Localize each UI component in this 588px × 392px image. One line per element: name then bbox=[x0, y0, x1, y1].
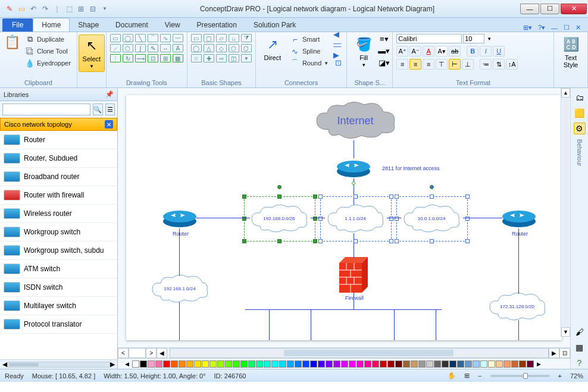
increase-font-button[interactable]: A⁺ bbox=[396, 46, 408, 57]
library-item[interactable]: Workgroup switch bbox=[0, 223, 117, 242]
scroll-up-icon[interactable]: ▲ bbox=[561, 88, 570, 98]
palette-swatch[interactable] bbox=[418, 360, 426, 368]
curve-tool[interactable]: ∿ bbox=[160, 34, 171, 42]
scroll-left-icon[interactable]: ◀ bbox=[2, 360, 7, 368]
grid-tool[interactable]: ▦ bbox=[173, 54, 183, 62]
align-middle-button[interactable]: ⊢ bbox=[449, 59, 461, 70]
palette-swatch[interactable] bbox=[179, 360, 186, 368]
palette-swatch[interactable] bbox=[194, 360, 201, 368]
line-style-icon[interactable]: ≡▾ bbox=[379, 34, 389, 43]
edit-points-tool[interactable]: ⋮ bbox=[110, 54, 121, 62]
palette-swatch[interactable] bbox=[326, 360, 333, 368]
connector-tool[interactable]: ⟿ bbox=[135, 54, 146, 62]
freehand-tool[interactable]: ✎ bbox=[148, 44, 158, 52]
palette-swatch[interactable] bbox=[264, 360, 271, 368]
zoom-slider[interactable] bbox=[490, 375, 550, 377]
underline-button[interactable]: U bbox=[493, 46, 505, 57]
palette-swatch[interactable] bbox=[295, 360, 302, 368]
page-prev-button[interactable]: < bbox=[118, 348, 129, 358]
palette-swatch[interactable] bbox=[271, 360, 279, 368]
palette-swatch[interactable] bbox=[140, 360, 147, 368]
palette-swatch[interactable] bbox=[395, 360, 402, 368]
shape-hexagon[interactable]: ⬡ bbox=[241, 44, 252, 52]
decrease-font-button[interactable]: A⁻ bbox=[409, 46, 421, 57]
polyline-tool[interactable]: ⟋ bbox=[110, 44, 121, 52]
library-item[interactable]: Multilayer switch bbox=[0, 297, 117, 315]
highlight-button[interactable]: A▾ bbox=[436, 46, 448, 57]
rotate-tool[interactable]: ↻ bbox=[123, 54, 133, 62]
router-left[interactable] bbox=[162, 207, 198, 228]
fill-button[interactable]: 🪣 Fill ▼ bbox=[351, 34, 377, 70]
palette-swatch[interactable] bbox=[163, 360, 170, 368]
window-options-icon[interactable]: ⊞▾ bbox=[523, 24, 532, 32]
bullets-button[interactable]: ≔ bbox=[480, 59, 492, 70]
palette-swatch[interactable] bbox=[403, 360, 410, 368]
qat-dropdown-icon[interactable]: ▼ bbox=[100, 4, 110, 14]
palette-swatch[interactable] bbox=[449, 360, 456, 368]
library-item[interactable]: ATM switch bbox=[0, 260, 117, 278]
library-item[interactable]: Router with firewall bbox=[0, 186, 117, 205]
align-top-button[interactable]: ⊤ bbox=[436, 59, 448, 70]
palette-swatch[interactable] bbox=[333, 360, 340, 368]
router-right[interactable] bbox=[501, 207, 537, 228]
palette-swatch[interactable] bbox=[318, 360, 325, 368]
firewall-shape[interactable] bbox=[339, 257, 368, 293]
smart-connector-button[interactable]: ⌐Smart bbox=[288, 34, 331, 45]
shadow-icon[interactable]: ◪▾ bbox=[379, 58, 389, 67]
spline-connector-button[interactable]: ∿Spline bbox=[288, 46, 331, 57]
library-search-button[interactable]: 🔍 bbox=[93, 104, 103, 115]
subnet-cloud-4[interactable]: 192.168.1.0/24 bbox=[149, 274, 211, 303]
ellipse-tool[interactable]: ◯ bbox=[123, 34, 133, 42]
snap-toggle-icon[interactable]: ⊞ bbox=[464, 372, 470, 380]
conn-settings-icon[interactable]: ⊡ bbox=[333, 58, 343, 67]
align-right-button[interactable]: ≡ bbox=[423, 59, 434, 70]
palette-swatch[interactable] bbox=[356, 360, 364, 368]
pencil-icon[interactable]: ✎ bbox=[5, 4, 14, 14]
pan-tool-icon[interactable]: ✋ bbox=[448, 372, 456, 380]
palette-swatch[interactable] bbox=[527, 360, 534, 368]
palette-swatch[interactable] bbox=[341, 360, 348, 368]
new-page-icon[interactable]: ▭ bbox=[17, 4, 26, 14]
round-connector-button[interactable]: ⌒Round ▼ bbox=[288, 58, 331, 68]
library-item[interactable]: Workgroup switch, subdu bbox=[0, 242, 117, 260]
canvas-h-scrollbar[interactable] bbox=[170, 348, 549, 358]
library-h-scrollbar[interactable]: ◀ ▶ bbox=[0, 359, 117, 369]
rail-help-icon[interactable]: ? bbox=[574, 357, 586, 369]
palette-swatch[interactable] bbox=[480, 360, 487, 368]
rect-tool[interactable]: ▭ bbox=[110, 34, 121, 42]
duplicate-button[interactable]: ⧉Duplicate bbox=[23, 34, 73, 45]
snap-tool[interactable]: ⊞ bbox=[160, 54, 171, 62]
palette-swatch[interactable] bbox=[256, 360, 263, 368]
direct-connector-button[interactable]: ↗ Direct bbox=[259, 34, 286, 64]
shape-rect[interactable]: ▭ bbox=[191, 34, 202, 42]
library-item[interactable]: Router, Subdued bbox=[0, 149, 117, 168]
library-item[interactable]: Router bbox=[0, 131, 117, 149]
palette-swatch[interactable] bbox=[473, 360, 480, 368]
rail-brush-icon[interactable]: 🖌 bbox=[574, 326, 586, 338]
palette-swatch[interactable] bbox=[488, 360, 495, 368]
router-2811[interactable] bbox=[336, 157, 371, 178]
select-tool-button[interactable]: ↖ Select ▼ bbox=[79, 35, 105, 72]
strikeout-button[interactable]: ab bbox=[449, 46, 461, 57]
palette-swatch[interactable] bbox=[148, 360, 155, 368]
arrow-end-icon[interactable]: —▶ bbox=[333, 46, 343, 55]
drawing-page[interactable]: Internet 2811 for Internet access bbox=[126, 95, 562, 340]
subnet-cloud-5[interactable]: 172.31.128.0/20 bbox=[486, 291, 548, 321]
palette-swatch[interactable] bbox=[248, 360, 255, 368]
zoom-fit-icon[interactable]: ⬚ bbox=[64, 4, 74, 14]
shape-callout[interactable]: ◫ bbox=[229, 54, 239, 62]
palette-swatch[interactable] bbox=[171, 360, 178, 368]
palette-prev-icon[interactable]: ◀ bbox=[125, 361, 129, 367]
line-tool[interactable]: ╲ bbox=[135, 34, 146, 42]
palette-swatch[interactable] bbox=[217, 360, 224, 368]
italic-button[interactable]: I bbox=[480, 46, 492, 57]
palette-swatch[interactable] bbox=[503, 360, 511, 368]
palette-swatch[interactable] bbox=[310, 360, 317, 368]
canvas-resize-grip[interactable]: ⊡ bbox=[559, 348, 570, 358]
palette-swatch[interactable] bbox=[155, 360, 162, 368]
palette-swatch[interactable] bbox=[349, 360, 356, 368]
shape-diamond[interactable]: ◇ bbox=[216, 44, 227, 52]
align-center-button[interactable]: ≡ bbox=[409, 59, 421, 70]
bold-button[interactable]: B bbox=[467, 46, 478, 57]
text-style-button[interactable]: 🔠 Text Style bbox=[558, 34, 584, 71]
